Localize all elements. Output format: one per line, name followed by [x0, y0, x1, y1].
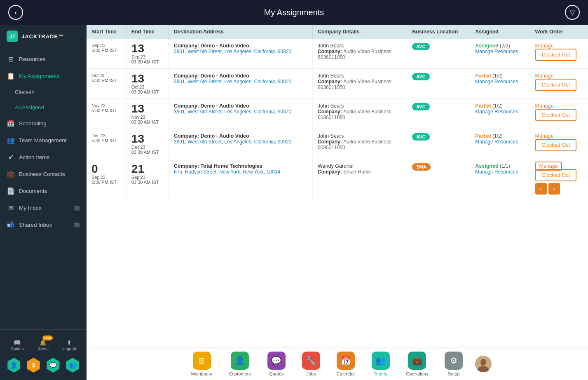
- company-detail-line: Company: Audio Video Business: [318, 109, 402, 115]
- sidebar-item-all-assigned[interactable]: All Assigned: [0, 100, 87, 115]
- sidebar-item-team-management[interactable]: 👥 Team Management: [0, 132, 87, 149]
- company-detail-label: Company:: [318, 169, 342, 175]
- sidebar-item-shared-inbox[interactable]: 📬 Shared Inbox β: [0, 216, 87, 233]
- jobs-label: Jobs: [306, 371, 316, 376]
- nav-item-mainboard[interactable]: ⊞ Mainboard: [183, 348, 221, 380]
- company-detail-line: Company: Audio Video Business: [318, 79, 402, 84]
- prev-arrow[interactable]: ‹: [535, 183, 547, 195]
- manage-resources-link[interactable]: Manage Resources: [475, 79, 518, 84]
- manage-resources-link[interactable]: Manage Resources: [475, 139, 518, 145]
- company-detail-value: Audio Video Business: [343, 139, 391, 145]
- company-address[interactable]: 3901, West 6th Street, Los Angeles, Cali…: [174, 49, 291, 54]
- col-company-details: Company Details: [313, 25, 407, 39]
- company-address[interactable]: 675, Hudson Street, New York, New York, …: [174, 169, 280, 175]
- nav-item-calendar[interactable]: 📅 Calendar: [328, 348, 363, 380]
- location-badge: AVC: [412, 103, 429, 110]
- manage-link[interactable]: Manage: [535, 133, 554, 139]
- contact-name: John Sears: [318, 43, 402, 49]
- clocked-out-button[interactable]: Clocked Out: [535, 109, 577, 121]
- sidebar-item-label: Scheduling: [19, 120, 47, 127]
- cell-end-time-2: 13 Nov'23 03:30 AM IST: [126, 99, 169, 129]
- nav-item-jobs[interactable]: 🔧 Jobs: [294, 348, 328, 380]
- operations-label: Operations: [406, 371, 429, 376]
- shared-inbox-icon: 📬: [7, 221, 15, 229]
- cell-business-location-0: AVC: [407, 39, 470, 69]
- sidebar-item-label: Action Items: [19, 154, 49, 160]
- company-name: Demo - Audio Video: [201, 133, 249, 139]
- start-date-num: 0: [91, 163, 121, 175]
- sidebar-item-documents[interactable]: 📄 Documents: [0, 183, 87, 199]
- manage-link[interactable]: Manage: [535, 43, 554, 49]
- alerts-button[interactable]: 🔔 Alerts 268: [35, 337, 51, 353]
- manage-link[interactable]: Manage: [535, 162, 562, 171]
- sidebar-item-scheduling[interactable]: 📅 Scheduling: [0, 115, 87, 132]
- filter-button[interactable]: ▽: [565, 5, 580, 20]
- col-end-time: End Time: [126, 25, 169, 39]
- action-items-icon: ✔: [7, 153, 15, 161]
- nav-item-teams[interactable]: 👥 Teams: [363, 348, 398, 380]
- upgrade-button[interactable]: ⬆ Upgrade: [61, 337, 77, 353]
- end-date-label: Sep'23: [131, 54, 164, 59]
- cell-assigned-0: Assigned (2/2) Manage Resources: [470, 39, 530, 69]
- manage-link[interactable]: Manage: [535, 73, 554, 79]
- mainboard-icon: ⊞: [193, 352, 211, 370]
- company-address[interactable]: 3901, West 6th Street, Los Angeles, Cali…: [174, 139, 291, 145]
- hex-dollar-icon[interactable]: $: [26, 358, 41, 373]
- logo-abbr: JT: [9, 33, 15, 40]
- clocked-out-button[interactable]: Clocked Out: [535, 49, 577, 61]
- contact-name: John Sears: [318, 133, 402, 139]
- cell-end-time-3: 13 Dec'23 03:30 AM IST: [126, 129, 169, 159]
- clocked-out-button[interactable]: Clocked Out: [535, 79, 577, 91]
- end-time: 03:30 AM IST: [131, 180, 164, 185]
- guides-button[interactable]: 📖 Guides: [9, 337, 25, 353]
- start-date-label: Sep'23: [91, 175, 121, 180]
- calendar-icon: 📅: [337, 352, 355, 370]
- company-label: Company:: [174, 133, 199, 139]
- cell-assigned-1: Partial (1/2) Manage Resources: [470, 69, 530, 99]
- assignments-table-wrapper[interactable]: Start Time End Time Destination Address …: [87, 25, 588, 347]
- sidebar-item-resources[interactable]: ⊞ Resources: [0, 51, 87, 68]
- phone-number: 6036011050: [318, 115, 402, 120]
- cell-start-time-4: 0 Sep'23 5:30 PM IST: [87, 159, 126, 199]
- nav-item-quotes[interactable]: 💬 Quotes: [259, 348, 294, 380]
- user-avatar[interactable]: [475, 356, 492, 372]
- sidebar-item-action-items[interactable]: ✔ Action Items: [0, 149, 87, 166]
- manage-resources-link[interactable]: Manage Resources: [475, 109, 518, 115]
- assignment-status: Assigned: [475, 43, 498, 49]
- nav-item-operations[interactable]: 💼 Operations: [398, 348, 437, 380]
- cell-company-details-0: John Sears Company: Audio Video Business…: [313, 39, 407, 69]
- cell-end-time-4: 21 Sep'23 03:30 AM IST: [126, 159, 169, 199]
- next-arrow[interactable]: ›: [548, 183, 560, 195]
- start-time: 5:30 PM IST: [91, 78, 121, 83]
- hex-chat-icon[interactable]: 💬: [46, 358, 61, 373]
- manage-resources-link[interactable]: Manage Resources: [475, 169, 518, 175]
- company-detail-value: Audio Video Business: [343, 49, 391, 54]
- end-date-label: Oct'23: [131, 84, 164, 89]
- setup-icon: ⚙: [445, 352, 463, 370]
- clocked-out-button[interactable]: Clocked Out: [535, 169, 577, 181]
- sidebar-item-business-contacts[interactable]: 💼 Business Contacts: [0, 166, 87, 183]
- nav-item-setup[interactable]: ⚙ Setup: [436, 348, 471, 380]
- mainboard-label: Mainboard: [191, 371, 213, 376]
- clocked-out-button[interactable]: Clocked Out: [535, 139, 577, 151]
- company-address[interactable]: 3901, West 6th Street, Los Angeles, Cali…: [174, 79, 291, 84]
- status-count: (1/2): [492, 133, 503, 139]
- cell-assigned-4: Assigned (1/1) Manage Resources: [470, 159, 530, 199]
- cell-destination-1: Company: Demo - Audio Video 3901, West 6…: [169, 69, 312, 99]
- company-name: Total Home Technologies: [201, 163, 262, 169]
- company-address[interactable]: 3901, West 6th Street, Los Angeles, Cali…: [174, 109, 291, 115]
- sidebar-item-clock-in[interactable]: Clock-In: [0, 84, 87, 100]
- cell-work-order-4: Manage Clocked Out ‹ ›: [530, 159, 588, 199]
- company-detail-line: Company: Audio Video Business: [318, 49, 402, 54]
- sidebar-item-my-inbox[interactable]: ✉ My Inbox β: [0, 199, 87, 216]
- hex-team-icon[interactable]: 👥: [65, 358, 80, 373]
- back-button[interactable]: ‹: [8, 5, 23, 20]
- manage-link[interactable]: Manage: [535, 103, 554, 109]
- top-header: ‹ My Assignments ▽: [0, 0, 588, 25]
- hex-user-icon[interactable]: 👤: [7, 358, 21, 373]
- nav-item-customers[interactable]: 👤 Customers: [221, 348, 259, 380]
- phone-number: 6036011050: [318, 145, 402, 150]
- manage-resources-link[interactable]: Manage Resources: [475, 49, 518, 54]
- cell-destination-3: Company: Demo - Audio Video 3901, West 6…: [169, 129, 312, 159]
- sidebar-item-my-assignments[interactable]: 📋 My Assignments: [0, 68, 87, 84]
